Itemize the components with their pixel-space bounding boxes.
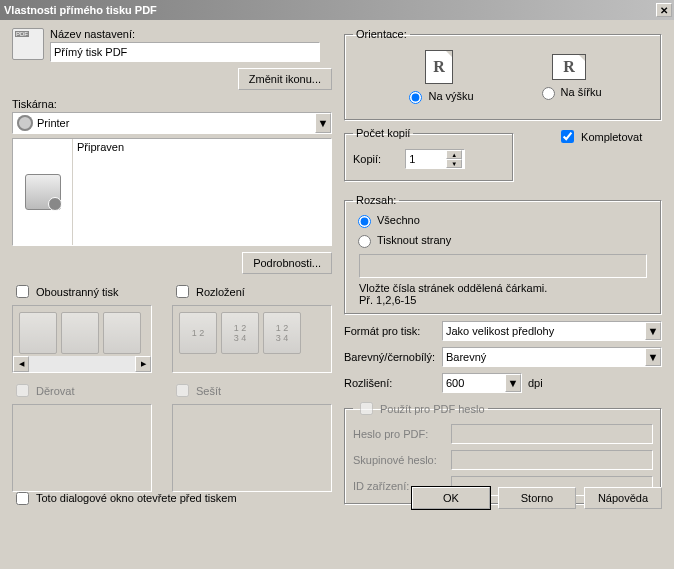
printer-combo-icon xyxy=(17,115,33,131)
format-label: Formát pro tisk: xyxy=(344,325,442,337)
landscape-icon: R xyxy=(552,54,586,80)
portrait-icon: R xyxy=(425,50,453,84)
footer: Toto dialogové okno otevřete před tiskem… xyxy=(12,487,662,509)
punch-panel xyxy=(12,404,152,492)
chevron-down-icon[interactable]: ▼ xyxy=(505,374,521,392)
landscape-radio[interactable]: Na šířku xyxy=(537,84,602,100)
layout-checkbox[interactable]: Rozložení xyxy=(172,282,332,301)
orientation-group: Orientace: R Na výšku R Na šířku xyxy=(344,28,662,121)
group-password-label: Skupinové heslo: xyxy=(353,454,451,466)
copies-label: Kopií: xyxy=(353,153,381,165)
layout-panel: 1 2 1 23 4 1 23 4 xyxy=(172,305,332,373)
printer-label: Tiskárna: xyxy=(12,98,332,110)
copies-legend: Počet kopií xyxy=(353,127,413,139)
titlebar: Vlastnosti přímého tisku PDF ✕ xyxy=(0,0,674,20)
range-all-radio[interactable]: Všechno xyxy=(353,212,653,228)
settings-name-input[interactable] xyxy=(50,42,320,62)
collate-checkbox[interactable]: Kompletovat xyxy=(557,127,642,146)
layout-option-icon[interactable]: 1 23 4 xyxy=(221,312,259,354)
duplex-checkbox[interactable]: Oboustranný tisk xyxy=(12,282,152,301)
range-hint-1: Vložte čísla stránek oddělená čárkami. xyxy=(359,282,653,294)
close-icon: ✕ xyxy=(660,5,668,16)
ok-button[interactable]: OK xyxy=(412,487,490,509)
duplex-option-icon[interactable] xyxy=(19,312,57,354)
format-select[interactable]: Jako velikost předlohy ▼ xyxy=(442,321,662,341)
details-button[interactable]: Podrobnosti... xyxy=(242,252,332,274)
duplex-option-icon[interactable] xyxy=(103,312,141,354)
printer-status-text: Připraven xyxy=(77,141,327,153)
chevron-down-icon[interactable]: ▼ xyxy=(645,322,661,340)
orientation-legend: Orientace: xyxy=(353,28,410,40)
color-label: Barevný/černobílý: xyxy=(344,351,442,363)
copies-group: Počet kopií Kopií: ▲ ▼ xyxy=(344,127,514,182)
pdf-password-checkbox: Použít pro PDF heslo xyxy=(356,399,485,418)
printer-icon xyxy=(25,174,61,210)
resolution-label: Rozlišení: xyxy=(344,377,442,389)
spinner-up-button[interactable]: ▲ xyxy=(446,150,462,159)
range-pages-input xyxy=(359,254,647,278)
chevron-down-icon[interactable]: ▼ xyxy=(645,348,661,366)
portrait-radio[interactable]: Na výšku xyxy=(404,88,473,104)
printer-select[interactable]: Printer ▼ xyxy=(12,112,332,134)
pdf-password-input xyxy=(451,424,653,444)
pdf-password-label: Heslo pro PDF: xyxy=(353,428,451,440)
range-hint-2: Př. 1,2,6-15 xyxy=(359,294,653,306)
copies-spinner[interactable]: ▲ ▼ xyxy=(405,149,465,169)
range-group: Rozsah: Všechno Tisknout strany Vložte č… xyxy=(344,194,662,315)
copies-input[interactable] xyxy=(406,150,446,168)
group-password-input xyxy=(451,450,653,470)
cancel-button[interactable]: Storno xyxy=(498,487,576,509)
staple-panel xyxy=(172,404,332,492)
settings-name-label: Název nastavení: xyxy=(50,28,332,40)
spinner-down-button[interactable]: ▼ xyxy=(446,159,462,168)
resolution-unit: dpi xyxy=(528,377,543,389)
duplex-panel: ◀ ▶ xyxy=(12,305,152,373)
staple-checkbox: Sešít xyxy=(172,381,332,400)
printer-combo-text: Printer xyxy=(37,117,315,129)
chevron-down-icon[interactable]: ▼ xyxy=(315,113,331,133)
help-button[interactable]: Nápověda xyxy=(584,487,662,509)
close-button[interactable]: ✕ xyxy=(656,3,672,17)
range-legend: Rozsah: xyxy=(353,194,399,206)
window-title: Vlastnosti přímého tisku PDF xyxy=(4,4,656,16)
duplex-scrollbar[interactable]: ◀ ▶ xyxy=(13,356,151,372)
open-before-print-checkbox[interactable]: Toto dialogové okno otevřete před tiskem xyxy=(12,489,237,508)
resolution-select[interactable]: 600 ▼ xyxy=(442,373,522,393)
scroll-right-button[interactable]: ▶ xyxy=(135,356,151,372)
pdf-icon xyxy=(12,28,44,60)
change-icon-button[interactable]: Změnit ikonu... xyxy=(238,68,332,90)
range-pages-radio[interactable]: Tisknout strany xyxy=(353,232,653,248)
layout-option-icon[interactable]: 1 23 4 xyxy=(263,312,301,354)
layout-option-icon[interactable]: 1 2 xyxy=(179,312,217,354)
duplex-option-icon[interactable] xyxy=(61,312,99,354)
printer-status-panel: Připraven xyxy=(12,138,332,246)
punch-checkbox: Děrovat xyxy=(12,381,152,400)
color-select[interactable]: Barevný ▼ xyxy=(442,347,662,367)
dialog-body: Název nastavení: Změnit ikonu... Tiskárn… xyxy=(0,20,674,519)
scroll-left-button[interactable]: ◀ xyxy=(13,356,29,372)
